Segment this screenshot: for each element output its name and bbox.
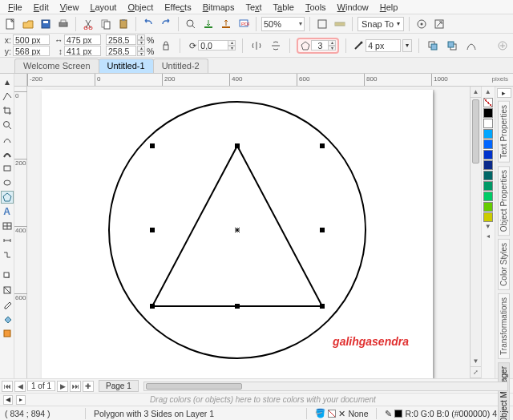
y-input[interactable]: 568 px [13, 46, 50, 56]
swatch[interactable] [483, 160, 493, 170]
text-tool-icon[interactable]: A [1, 205, 14, 218]
launch-icon[interactable] [432, 17, 446, 31]
menu-layout[interactable]: Layout [85, 2, 121, 13]
tab-welcome[interactable]: Welcome Screen [14, 59, 99, 73]
rotation-input[interactable]: 0,0 [198, 40, 228, 50]
menu-file[interactable]: File [3, 2, 27, 13]
save-icon[interactable] [38, 17, 53, 31]
import-icon[interactable] [201, 17, 216, 31]
sy-spinner[interactable]: ▴▾ [137, 46, 145, 56]
drawing-canvas[interactable]: galihgasendra [27, 87, 470, 378]
crop-tool-icon[interactable] [1, 104, 14, 117]
fullscreen-icon[interactable] [315, 17, 329, 31]
convert-curves-icon[interactable] [464, 38, 479, 53]
docker-color-styles[interactable]: Color Styles [498, 239, 510, 290]
menu-window[interactable]: Window [333, 2, 374, 13]
to-front-icon[interactable] [426, 38, 440, 53]
docker-text-properties[interactable]: Text Properties [498, 101, 510, 163]
fill-tool-icon[interactable] [1, 313, 14, 325]
ellipse-tool-icon[interactable] [1, 176, 14, 189]
menu-text[interactable]: Text [240, 2, 266, 13]
artistic-media-icon[interactable] [1, 147, 14, 160]
menu-effects[interactable]: Effects [160, 2, 196, 13]
lock-ratio-icon[interactable] [159, 38, 173, 53]
to-back-icon[interactable] [445, 38, 459, 53]
outline-width-input[interactable]: 4 px [366, 39, 401, 52]
mirror-v-icon[interactable] [269, 38, 283, 53]
add-page-icon[interactable]: ✚ [83, 381, 94, 392]
connector-tool-icon[interactable] [1, 248, 14, 261]
h-input[interactable]: 411 px [64, 46, 101, 56]
vertical-scrollbar[interactable]: ▲▼⤢ [470, 87, 481, 378]
docker-object-manager[interactable]: Object Manager [498, 362, 510, 420]
horizontal-ruler[interactable]: -200 0 200 400 600 800 1000 pixels [14, 74, 513, 87]
vertical-ruler[interactable]: 0 200 400 600 [14, 87, 27, 378]
palette-flyout-icon[interactable]: ◂ [487, 232, 490, 242]
docker-expand-icon[interactable]: ▸ [497, 88, 511, 98]
swatch[interactable] [483, 119, 493, 128]
menu-help[interactable]: Help [375, 2, 403, 13]
swatch[interactable] [483, 192, 493, 201]
palette-up-icon[interactable]: ▲ [485, 88, 491, 98]
redo-icon[interactable] [159, 17, 173, 31]
open-icon[interactable] [21, 17, 35, 31]
pick-tool-icon[interactable]: ▴ [1, 75, 14, 88]
zoom-tool-icon[interactable] [1, 119, 14, 131]
undo-icon[interactable] [141, 17, 156, 31]
snap-combo[interactable]: Snap To▾ [357, 17, 404, 31]
sy-input[interactable]: 258,5 [106, 46, 136, 56]
prev-page-icon[interactable]: ◀ [14, 381, 26, 392]
doc-palette-menu-icon[interactable]: ▸ [16, 395, 26, 405]
copy-icon[interactable] [99, 17, 113, 31]
docker-transformations[interactable]: Transformations [498, 293, 510, 359]
cut-icon[interactable] [81, 17, 95, 31]
swatch-none[interactable] [483, 98, 493, 107]
page-tab-1[interactable]: Page 1 [99, 380, 139, 392]
menu-view[interactable]: View [55, 2, 84, 13]
paste-icon[interactable] [116, 17, 131, 31]
palette-down-icon[interactable]: ▼ [485, 223, 491, 232]
shape-tool-icon[interactable] [1, 90, 14, 103]
swatch[interactable] [483, 202, 493, 212]
mirror-h-icon[interactable] [249, 38, 264, 53]
doc-palette-prev-icon[interactable]: ◀ [3, 395, 13, 405]
next-page-icon[interactable]: ▶ [57, 381, 68, 392]
freehand-tool-icon[interactable] [1, 133, 14, 146]
sides-spinner[interactable]: ▴▾ [328, 40, 336, 50]
x-input[interactable]: 500 px [13, 34, 50, 45]
swatch[interactable] [483, 108, 493, 118]
new-icon[interactable] [3, 17, 18, 31]
menu-table[interactable]: Table [269, 2, 299, 13]
w-input[interactable]: 475 px [64, 34, 101, 45]
swatch[interactable] [483, 139, 493, 149]
print-icon[interactable] [56, 17, 71, 31]
last-page-icon[interactable]: ⏭ [70, 381, 81, 392]
sides-input[interactable]: 3 [311, 40, 329, 50]
search-icon[interactable] [184, 17, 198, 31]
outline-width-dropdown[interactable]: ▾ [402, 39, 412, 52]
menu-edit[interactable]: Edit [29, 2, 54, 13]
publish-icon[interactable]: PDF [236, 17, 251, 31]
docker-object-properties[interactable]: Object Properties [498, 166, 510, 236]
swatch[interactable] [483, 150, 493, 160]
status-fill[interactable]: 🪣 ✕ None [315, 408, 368, 418]
status-outline[interactable]: ✎ R:0 G:0 B:0 (#000000) 4 px [385, 409, 508, 418]
sx-input[interactable]: 258,5 [106, 34, 136, 45]
tab-untitled-2[interactable]: Untitled-2 [153, 59, 208, 73]
dropshadow-tool-icon[interactable] [1, 269, 14, 282]
swatch[interactable] [483, 171, 493, 180]
horizontal-scrollbar[interactable] [143, 382, 508, 391]
swatch[interactable] [483, 212, 493, 222]
smartfill-tool-icon[interactable] [1, 327, 14, 340]
rectangle-tool-icon[interactable] [1, 162, 14, 175]
sx-spinner[interactable]: ▴▾ [137, 34, 145, 45]
menu-bitmaps[interactable]: Bitmaps [198, 2, 240, 13]
document-palette[interactable]: ◀ ▸ Drag colors (or objects) here to sto… [0, 393, 513, 406]
rulers-icon[interactable] [333, 17, 347, 31]
polygon-tool-icon[interactable] [1, 191, 14, 204]
export-icon[interactable] [219, 17, 233, 31]
tab-untitled-1[interactable]: Untitled-1 [99, 59, 154, 73]
swatch[interactable] [483, 181, 493, 191]
options-icon[interactable] [414, 17, 429, 31]
swatch[interactable] [483, 129, 493, 139]
